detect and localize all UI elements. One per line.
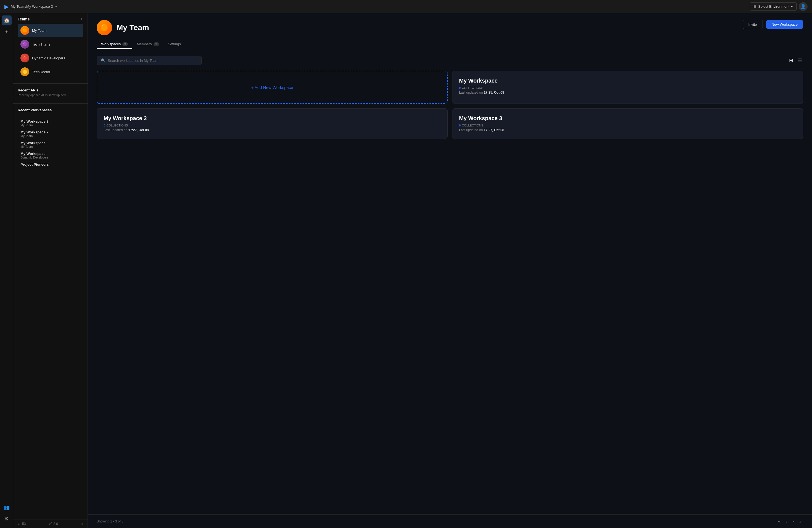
workspace-collections-2: 0 COLLECTIONS bbox=[104, 124, 441, 127]
ws-team: My Team bbox=[20, 134, 81, 137]
workspace-card-1[interactable]: My Workspace 0 COLLECTIONS Last updated … bbox=[452, 71, 803, 104]
tab-workspaces-label: Workspaces bbox=[101, 42, 121, 46]
list-item[interactable]: My Workspace 3 My Team bbox=[18, 118, 83, 128]
view-toggle: ⊞ ☰ bbox=[788, 56, 803, 64]
tab-workspaces[interactable]: Workspaces 3 bbox=[97, 40, 132, 49]
sidebar-item-dynamic[interactable]: 🔴 Dynamic Developers bbox=[18, 52, 83, 64]
myteam-avatar: 🟠 bbox=[20, 26, 29, 35]
tab-workspaces-badge: 3 bbox=[122, 42, 128, 46]
topbar-left: ▶ My Team/My Workspace 3 ▾ bbox=[4, 3, 57, 10]
recent-apis-section: Recent APIs Recently opened APIs show up… bbox=[13, 86, 88, 101]
collections-count-2: 0 bbox=[104, 124, 105, 127]
workspace-name-3: My Workspace 3 bbox=[459, 115, 796, 121]
main-content: 🟠 My Team Invite New Workspace Workspace… bbox=[88, 13, 812, 528]
workspace-title: My Team/My Workspace 3 bbox=[11, 4, 53, 9]
recent-workspaces-title: Recent Workspaces bbox=[18, 108, 83, 112]
list-item[interactable]: My Workspace 2 My Team bbox=[18, 128, 83, 139]
topbar-right: ⊞ Select Environment ▾ 👤 bbox=[750, 2, 808, 11]
workspace-name-1: My Workspace bbox=[459, 78, 796, 84]
content-header: 🟠 My Team Invite New Workspace bbox=[88, 13, 812, 35]
topbar: ▶ My Team/My Workspace 3 ▾ ⊞ Select Envi… bbox=[0, 0, 812, 13]
team-nav-item[interactable]: 👥 bbox=[2, 503, 12, 513]
sidebar-item-techtitans[interactable]: 🟣 Tech Titans bbox=[18, 38, 83, 51]
recent-workspaces-list: My Workspace 3 My Team My Workspace 2 My… bbox=[13, 115, 88, 171]
list-item[interactable]: My Workspace Dynamic Developers bbox=[18, 150, 83, 161]
recent-workspaces-section: Recent Workspaces bbox=[13, 106, 88, 115]
showing-text: Showing 1 - 3 of 3 bbox=[97, 519, 124, 523]
collections-label-3: COLLECTIONS bbox=[462, 124, 483, 127]
next-page-button[interactable]: › bbox=[791, 518, 796, 525]
workspace-dropdown-icon[interactable]: ▾ bbox=[55, 5, 57, 9]
tab-members-badge: 1 bbox=[154, 42, 159, 46]
sidebar-scroll: My Workspace 3 My Team My Workspace 2 My… bbox=[13, 115, 88, 519]
sidebar-item-myteam[interactable]: 🟠 My Team bbox=[18, 24, 83, 37]
workspace-card-3[interactable]: My Workspace 3 0 COLLECTIONS Last update… bbox=[452, 108, 803, 139]
main-layout: 🏠 ⊞ 👥 ⚙ Teams + 🟠 My Team 🟣 Tech Titans … bbox=[0, 13, 812, 528]
search-input-wrap: 🔍 bbox=[97, 56, 202, 65]
team-main-avatar: 🟠 bbox=[97, 20, 112, 35]
workspace-grid: + Add New Workspace My Workspace 0 COLLE… bbox=[97, 71, 803, 139]
add-workspace-label: + Add New Workspace bbox=[251, 85, 293, 90]
search-icon: 🔍 bbox=[101, 58, 105, 63]
ws-team: Dynamic Developers bbox=[20, 156, 81, 159]
workspace-updated-2: Last updated on 17:27, Oct 08 bbox=[104, 128, 441, 132]
sidebar: Teams + 🟠 My Team 🟣 Tech Titans 🔴 Dynami… bbox=[13, 13, 88, 528]
tab-settings[interactable]: Settings bbox=[163, 40, 185, 49]
dynamic-avatar: 🔴 bbox=[20, 54, 29, 62]
github-badge[interactable]: ⊙ 53 bbox=[18, 522, 26, 526]
ws-name: My Workspace 3 bbox=[20, 119, 81, 123]
prev-page-button[interactable]: ‹ bbox=[784, 518, 789, 525]
sidebar-item-techdoctor[interactable]: 🟡 TechDoctor bbox=[18, 65, 83, 78]
layers-icon: ⊞ bbox=[753, 4, 756, 9]
home-nav-item[interactable]: 🏠 bbox=[2, 15, 12, 25]
ws-team: My Team bbox=[20, 145, 81, 148]
ws-name: My Workspace bbox=[20, 141, 81, 145]
list-view-button[interactable]: ☰ bbox=[797, 56, 803, 64]
collections-label-1: COLLECTIONS bbox=[462, 86, 483, 89]
sidebar-footer: ⊙ 53 v2.8.0 « bbox=[13, 519, 88, 528]
divider-2 bbox=[13, 103, 88, 104]
tab-members[interactable]: Members 1 bbox=[132, 40, 163, 49]
workspace-updated-3: Last updated on 17:27, Oct 08 bbox=[459, 128, 796, 132]
version-label: v2.8.0 bbox=[49, 522, 58, 526]
pagination: « ‹ › » bbox=[777, 518, 803, 525]
techdoctor-avatar: 🟡 bbox=[20, 68, 29, 76]
list-item[interactable]: Project Pioneers bbox=[18, 161, 83, 168]
first-page-button[interactable]: « bbox=[777, 518, 782, 525]
settings-nav-item[interactable]: ⚙ bbox=[2, 514, 12, 524]
tab-members-label: Members bbox=[137, 42, 151, 46]
tabs-bar: Workspaces 3 Members 1 Settings bbox=[88, 35, 812, 49]
recent-apis-subtitle: Recently opened APIs show up here. bbox=[18, 93, 83, 97]
collections-label-2: COLLECTIONS bbox=[106, 124, 128, 127]
env-chevron-icon: ▾ bbox=[791, 4, 793, 9]
workspaces-area: 🔍 ⊞ ☰ + Add New Workspace My Workspace bbox=[88, 49, 812, 514]
icon-rail-bottom: 👥 ⚙ bbox=[2, 503, 12, 526]
teams-section-header: Teams + bbox=[18, 17, 83, 21]
add-team-button[interactable]: + bbox=[80, 17, 83, 21]
grid-view-button[interactable]: ⊞ bbox=[788, 56, 794, 64]
ws-name: Project Pioneers bbox=[20, 162, 81, 166]
workspace-card-2[interactable]: My Workspace 2 0 COLLECTIONS Last update… bbox=[97, 108, 448, 139]
dynamic-label: Dynamic Developers bbox=[32, 56, 65, 60]
invite-button[interactable]: Invite bbox=[743, 20, 763, 29]
add-workspace-card[interactable]: + Add New Workspace bbox=[97, 71, 448, 104]
myteam-label: My Team bbox=[32, 28, 47, 33]
app-logo: ▶ bbox=[4, 3, 9, 10]
user-avatar-button[interactable]: 👤 bbox=[799, 2, 808, 11]
select-env-label: Select Environment bbox=[758, 4, 789, 9]
tab-settings-label: Settings bbox=[168, 42, 181, 46]
list-item[interactable]: My Workspace My Team bbox=[18, 139, 83, 150]
techtitans-label: Tech Titans bbox=[32, 42, 50, 46]
github-icon: ⊙ bbox=[18, 522, 20, 526]
ws-team: My Team bbox=[20, 123, 81, 127]
collapse-sidebar-button[interactable]: « bbox=[81, 522, 83, 526]
select-environment-button[interactable]: ⊞ Select Environment ▾ bbox=[750, 2, 797, 11]
workspace-updated-1: Last updated on 17:25, Oct 08 bbox=[459, 91, 796, 94]
user-icon: 👤 bbox=[800, 4, 806, 9]
collections-count-3: 0 bbox=[459, 124, 461, 127]
collections-nav-item[interactable]: ⊞ bbox=[2, 27, 12, 36]
last-page-button[interactable]: » bbox=[798, 518, 803, 525]
new-workspace-button[interactable]: New Workspace bbox=[766, 20, 803, 29]
teams-title: Teams bbox=[18, 17, 30, 21]
search-input[interactable] bbox=[108, 59, 198, 63]
